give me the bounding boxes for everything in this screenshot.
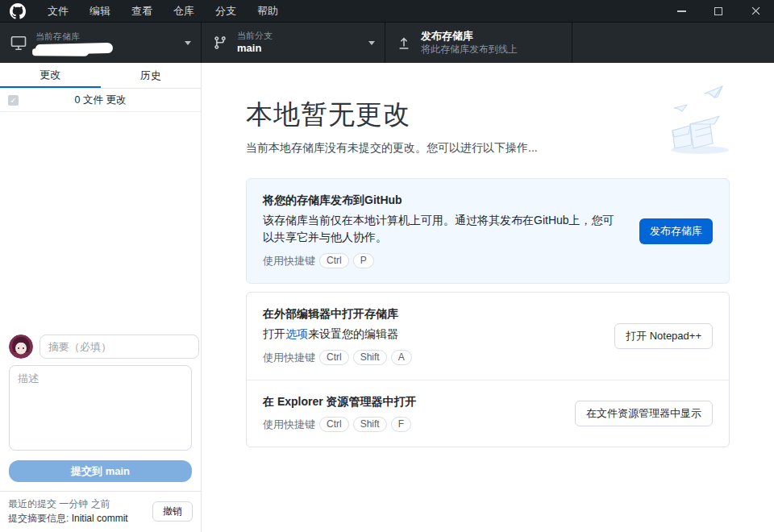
- menu-view[interactable]: 查看: [121, 0, 163, 23]
- undo-button[interactable]: 撤销: [152, 501, 193, 522]
- recent-commit-panel: 最近的提交 一分钟 之前 提交摘要信息: Initial commit 撤销: [0, 491, 201, 532]
- current-branch-label: 当前分支: [237, 31, 273, 42]
- changed-files-header: ✓ 0 文件 更改: [0, 89, 201, 112]
- current-branch-selector[interactable]: 当前分支 main: [202, 23, 385, 63]
- titlebar: 文件 编辑 查看 仓库 分支 帮助: [0, 0, 774, 23]
- kbd-a: A: [391, 350, 412, 365]
- editor-row-title: 在外部编辑器中打开存储库: [263, 307, 598, 322]
- publish-card-description: 该存储库当前仅在本地计算机上可用。通过将其发布在GitHub上，您可以共享它并与…: [263, 212, 623, 246]
- current-branch-name: main: [237, 42, 273, 55]
- chevron-down-icon: [185, 41, 191, 45]
- sidebar-tabs: 更改 历史: [0, 63, 201, 89]
- publish-repository-title: 发布存储库: [421, 30, 518, 43]
- close-icon: [751, 6, 760, 15]
- avatar: [9, 335, 33, 359]
- select-all-checkbox: ✓: [8, 95, 19, 106]
- kbd-ctrl: Ctrl: [319, 253, 349, 268]
- upload-icon: [395, 35, 413, 50]
- computer-icon: [10, 35, 27, 51]
- actions-card: 在外部编辑器中打开存储库 打开选项来设置您的编辑器 使用快捷键 Ctrl Shi…: [246, 292, 730, 447]
- commit-to-main-button[interactable]: 提交到 main: [9, 460, 192, 482]
- maximize-icon: [714, 7, 722, 15]
- commit-form: 提交到 main: [0, 326, 201, 491]
- menu-help[interactable]: 帮助: [247, 0, 289, 23]
- minimize-icon: [677, 10, 686, 12]
- main-panel: 本地暂无更改 当前本地存储库没有未提交的更改。您可以进行以下操作... 将您的存…: [202, 63, 774, 532]
- close-button[interactable]: [737, 0, 774, 23]
- window-controls: [663, 0, 774, 23]
- kbd-f: F: [391, 417, 411, 432]
- current-repository-label: 当前存储库: [35, 31, 113, 43]
- files-changed-count: 0 文件 更改: [0, 94, 201, 107]
- editor-row-description: 打开选项来设置您的编辑器: [263, 326, 598, 343]
- menu-edit[interactable]: 编辑: [79, 0, 121, 23]
- open-in-editor-row: 在外部编辑器中打开存储库 打开选项来设置您的编辑器 使用快捷键 Ctrl Shi…: [247, 293, 729, 380]
- commit-description-input[interactable]: [9, 365, 192, 451]
- publish-card-shortcut: 使用快捷键 Ctrl P: [263, 253, 623, 268]
- sidebar: 更改 历史 ✓ 0 文件 更改: [0, 63, 202, 532]
- open-in-explorer-row: 在 Explorer 资源管理器中打开 使用快捷键 Ctrl Shift F 在…: [247, 380, 729, 447]
- open-notepad-button[interactable]: 打开 Notepad++: [614, 323, 713, 349]
- commit-summary-input[interactable]: [40, 335, 199, 359]
- toolbar: 当前存储库 当前分支 main 发布存储库 将此存储库发布到线上: [0, 23, 774, 63]
- current-repository-selector[interactable]: 当前存储库: [0, 23, 202, 63]
- redacted-repository-name: [35, 43, 113, 56]
- menu-file[interactable]: 文件: [37, 0, 79, 23]
- tab-history[interactable]: 历史: [101, 63, 202, 88]
- publish-repository-toolbar-button[interactable]: 发布存储库 将此存储库发布到线上: [385, 23, 572, 63]
- recent-commit-message: Initial commit: [72, 513, 128, 524]
- menu-branch[interactable]: 分支: [205, 0, 247, 23]
- changes-list-empty-area: [0, 112, 201, 326]
- empty-state-illustration: [658, 84, 739, 161]
- tab-changes[interactable]: 更改: [0, 63, 101, 88]
- explorer-row-shortcut: 使用快捷键 Ctrl Shift F: [263, 417, 559, 432]
- explorer-row-title: 在 Explorer 资源管理器中打开: [263, 395, 559, 409]
- publish-repository-subtitle: 将此存储库发布到线上: [421, 44, 518, 56]
- kbd-shift: Shift: [353, 417, 387, 432]
- chevron-down-icon: [368, 41, 375, 45]
- kbd-ctrl: Ctrl: [319, 350, 349, 365]
- toolbar-empty-area: [572, 23, 774, 63]
- kbd-shift: Shift: [353, 350, 387, 365]
- editor-row-shortcut: 使用快捷键 Ctrl Shift A: [263, 350, 598, 365]
- git-branch-icon: [211, 35, 229, 50]
- menu-repository[interactable]: 仓库: [163, 0, 205, 23]
- kbd-ctrl: Ctrl: [319, 417, 349, 432]
- github-logo-icon: [10, 3, 26, 19]
- publish-repository-button[interactable]: 发布存储库: [639, 218, 713, 244]
- publish-to-github-card: 将您的存储库发布到GitHub 该存储库当前仅在本地计算机上可用。通过将其发布在…: [246, 178, 730, 284]
- options-link[interactable]: 选项: [285, 327, 308, 340]
- maximize-button[interactable]: [700, 0, 737, 23]
- show-in-explorer-button[interactable]: 在文件资源管理器中显示: [575, 401, 713, 426]
- kbd-p: P: [353, 253, 374, 268]
- minimize-button[interactable]: [663, 0, 700, 23]
- publish-card-title: 将您的存储库发布到GitHub: [263, 193, 623, 208]
